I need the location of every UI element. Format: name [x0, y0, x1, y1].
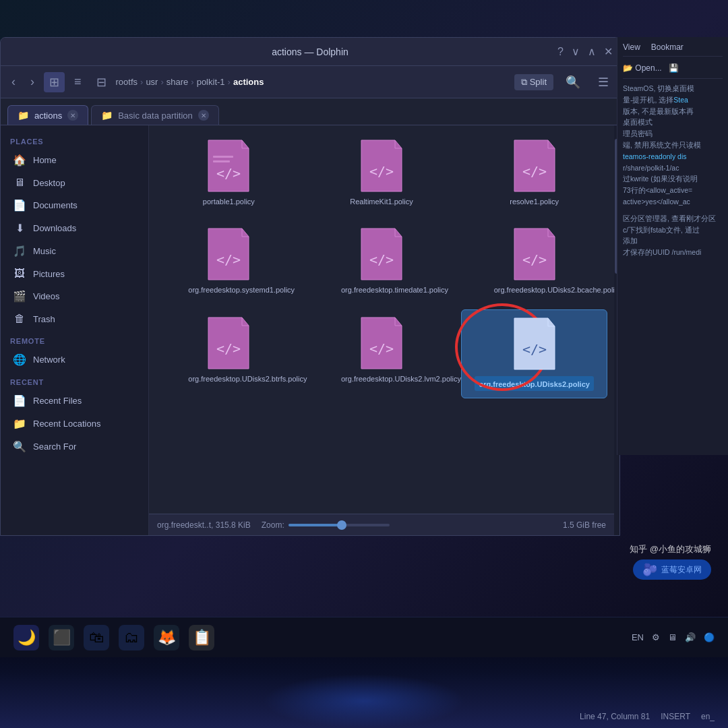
file-name-resolve1: resolve1.policy [510, 197, 559, 207]
file-item-resolve1[interactable]: </> resolve1.policy [461, 132, 607, 214]
breadcrumb-polkit1[interactable]: polkit-1 [197, 77, 225, 87]
file-name-realtimekit: RealtimeKit1.policy [350, 197, 413, 207]
menu-button[interactable]: ☰ [593, 72, 614, 92]
main-content: Places 🏠 Home 🖥 Desktop 📄 Documents ⬇ Do… [1, 125, 619, 535]
sidebar-item-documents[interactable]: 📄 Documents [3, 194, 146, 216]
taskbar-icon-firefox[interactable]: 🦊 [154, 625, 179, 650]
sidebar-item-recent-locations-label: Recent Locations [33, 419, 100, 429]
split-button[interactable]: ⧉ Split [514, 74, 553, 90]
home-icon: 🏠 [13, 154, 26, 166]
file-item-btrfs[interactable]: </> org.freedesktop.UDisks2.btrfs.policy [156, 309, 302, 398]
breadcrumb-rootfs[interactable]: rootfs [116, 77, 138, 87]
right-panel-bookmark-label[interactable]: Bookmar [651, 42, 684, 52]
sidebar-item-recent-locations[interactable]: 📁 Recent Locations [3, 413, 146, 435]
file-grid: </> portable1.policy </> [149, 125, 614, 514]
sidebar-item-network[interactable]: 🌐 Network [3, 348, 146, 371]
file-item-lvm2[interactable]: </> org.freedesktop.UDisks2.lvm2.policy [309, 309, 455, 398]
close-button[interactable]: ✕ [604, 45, 613, 58]
open-btn[interactable]: 📂 Open... [623, 63, 662, 73]
sidebar-item-documents-label: Documents [33, 200, 78, 210]
taskbar-icon-start[interactable]: 🌙 [13, 625, 39, 650]
status-bar: org.freedeskt..t, 315.8 KiB Zoom: 1.5 Gi… [149, 514, 614, 535]
zoom-slider-fill [289, 524, 339, 526]
tab-actions-icon: 📁 [18, 110, 29, 121]
forward-button[interactable]: › [25, 72, 40, 92]
sidebar-item-videos[interactable]: 🎬 Videos [3, 285, 146, 307]
minimize-button[interactable]: ∨ [572, 45, 580, 58]
tab-partition-close[interactable]: ✕ [198, 110, 209, 121]
trash-icon: 🗑 [13, 313, 26, 325]
line-col-info: Line 47, Column 81 [580, 712, 650, 721]
file-panel: </> portable1.policy </> [149, 125, 614, 535]
network-icon: 🌐 [13, 353, 26, 366]
sidebar-item-search[interactable]: 🔍 Search For [3, 435, 146, 458]
right-panel-content: SteamOS, 切换桌面模 量-提开机, 选择Stea 版本, 不是最新版本再… [623, 83, 723, 258]
tab-actions-close[interactable]: ✕ [67, 110, 78, 121]
search-button[interactable]: 🔍 [560, 72, 586, 92]
taskbar: 🌙 ⬛ 🛍 🗂 🦊 📋 EN ⚙ 🖥 🔊 🔵 [0, 617, 728, 657]
tab-basic-partition[interactable]: 📁 Basic data partition ✕ [91, 105, 219, 125]
tray-display-icon[interactable]: 🖥 [668, 632, 677, 642]
breadcrumb-actions[interactable]: actions [233, 77, 264, 87]
file-icon-portable1: </> [205, 139, 252, 193]
sidebar-item-network-label: Network [33, 355, 65, 365]
tree-view-button[interactable]: ⊟ [91, 72, 112, 92]
file-name-udisks2: org.freedesktop.UDisks2.policy [479, 380, 589, 388]
logo-icon: 🫐 [642, 562, 657, 577]
zoom-control: Zoom: [262, 520, 552, 530]
tab-actions[interactable]: 📁 actions ✕ [7, 105, 88, 125]
tab-actions-label: actions [34, 111, 62, 121]
tray-volume-icon[interactable]: 🔊 [685, 632, 696, 642]
taskbar-icon-terminal[interactable]: ⬛ [49, 625, 74, 650]
svg-text:</>: </> [522, 251, 547, 268]
sidebar-item-desktop[interactable]: 🖥 Desktop [3, 172, 146, 193]
sidebar-item-pictures[interactable]: 🖼 Pictures [3, 263, 146, 284]
back-button[interactable]: ‹ [6, 72, 21, 92]
zoom-label: Zoom: [262, 520, 284, 530]
taskbar-icon-notes[interactable]: 📋 [189, 625, 214, 650]
file-item-bcache[interactable]: </> org.freedesktop.UDisks2.bcache.polic… [461, 220, 607, 302]
taskbar-icon-store[interactable]: 🛍 [84, 625, 109, 650]
file-icon-timedate1: </> [358, 227, 405, 281]
svg-text:</>: </> [216, 340, 241, 357]
zoom-slider-thumb[interactable] [337, 520, 346, 530]
tab-partition-icon: 📁 [101, 110, 113, 121]
sidebar-item-recent-files-label: Recent Files [33, 396, 82, 406]
sidebar-item-trash[interactable]: 🗑 Trash [3, 308, 146, 330]
file-icon-resolve1: </> [511, 139, 558, 193]
right-panel-view-label[interactable]: View [623, 42, 640, 52]
save-btn[interactable]: 💾 [669, 63, 679, 73]
help-button[interactable]: ? [557, 46, 564, 58]
svg-rect-0 [213, 156, 233, 158]
breadcrumb-share[interactable]: share [166, 77, 189, 87]
sidebar-item-home-label: Home [33, 155, 57, 165]
free-space-text: 1.5 GiB free [563, 520, 606, 530]
breadcrumb-usr[interactable]: usr [146, 77, 158, 87]
toolbar-right: ⧉ Split 🔍 ☰ [514, 72, 614, 92]
sidebar-item-music[interactable]: 🎵 Music [3, 240, 146, 262]
file-icon-udisks2: </> [511, 317, 558, 371]
tray-bluetooth-icon[interactable]: 🔵 [704, 632, 715, 642]
watermark-logo: 🫐 蓝莓安卓网 [633, 559, 711, 580]
maximize-button[interactable]: ∧ [588, 45, 596, 58]
file-name-systemd1: org.freedesktop.systemd1.policy [188, 285, 269, 295]
file-name-btrfs: org.freedesktop.UDisks2.btrfs.policy [188, 374, 269, 384]
sidebar-item-downloads-label: Downloads [33, 223, 76, 233]
sidebar-item-home[interactable]: 🏠 Home [3, 149, 146, 171]
taskbar-icon-files[interactable]: 🗂 [119, 625, 144, 650]
search-sidebar-icon: 🔍 [13, 440, 26, 453]
svg-text:</>: </> [522, 163, 547, 179]
file-item-realtimekit[interactable]: </> RealtimeKit1.policy [309, 132, 455, 214]
list-view-button[interactable]: ≡ [69, 72, 87, 92]
file-name-lvm2: org.freedesktop.UDisks2.lvm2.policy [341, 374, 422, 384]
tray-steam-icon[interactable]: ⚙ [652, 632, 660, 642]
file-item-portable1[interactable]: </> portable1.policy [156, 132, 302, 214]
zoom-slider[interactable] [289, 524, 390, 526]
file-item-systemd1[interactable]: </> org.freedesktop.systemd1.policy [156, 220, 302, 302]
file-item-udisks2[interactable]: </> org.freedesktop.UDisks2.policy [461, 309, 607, 398]
sidebar-item-downloads[interactable]: ⬇ Downloads [3, 217, 146, 239]
file-item-timedate1[interactable]: </> org.freedesktop.timedate1.policy [309, 220, 455, 302]
tab-bar: 📁 actions ✕ 📁 Basic data partition ✕ [1, 98, 619, 125]
grid-view-button[interactable]: ⊞ [44, 72, 65, 92]
sidebar-item-recent-files[interactable]: 📄 Recent Files [3, 390, 146, 412]
